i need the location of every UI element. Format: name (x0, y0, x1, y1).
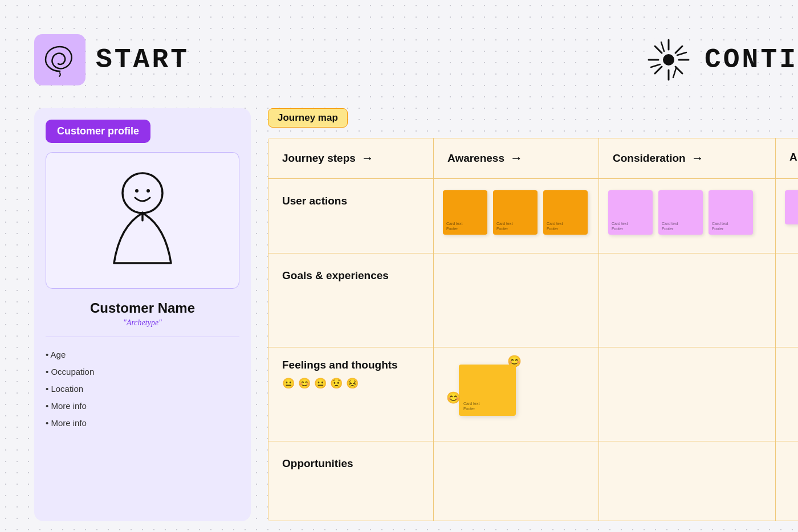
td-user-actions-awareness: Card text Footer Card text Footer (434, 179, 599, 253)
note-footer: Footer (712, 227, 750, 231)
page-wrapper: START CONTI Custom (0, 0, 798, 532)
sticky-note[interactable]: Card text Footer (443, 190, 487, 235)
journey-table: Journey steps → Awareness → (268, 138, 798, 521)
sticky-note[interactable]: Card text Footer (543, 190, 588, 235)
header-start: START (34, 34, 189, 85)
info-more-1: More info (46, 398, 239, 415)
sticky-note[interactable]: Card text Footer (493, 190, 538, 235)
steps-arrow: → (361, 151, 374, 166)
main-content: Customer profile Cust (0, 108, 798, 521)
continue-icon-box (643, 34, 694, 85)
svg-line-9 (661, 42, 664, 51)
sticky-note[interactable]: Card text Footer (608, 190, 653, 235)
sticky-note[interactable]: Card text Footer (658, 190, 703, 235)
note-text: Card text (612, 222, 649, 226)
td-goals-awareness (434, 253, 599, 347)
td-feelings-next (776, 347, 799, 441)
svg-line-10 (673, 68, 676, 77)
td-opportunities-next (776, 441, 799, 521)
td-opportunities-awareness (434, 441, 599, 521)
svg-point-13 (123, 173, 162, 213)
info-more-2: More info (46, 415, 239, 432)
th-consideration: Consideration → (599, 138, 776, 179)
svg-line-7 (675, 46, 682, 53)
td-feelings-label: Feelings and thoughts 😐 😊 😐 😟 😣 (268, 347, 434, 441)
sticky-note[interactable]: Card text Footer (709, 190, 753, 235)
td-goals-next (776, 253, 799, 347)
header-continue: CONTI (643, 34, 798, 85)
consideration-label: Consideration (613, 152, 686, 165)
start-icon-box (34, 34, 85, 85)
customer-profile-panel: Customer profile Cust (34, 108, 251, 521)
emoji-5: 😣 (346, 377, 359, 390)
journey-table-wrapper: Journey steps → Awareness → (268, 138, 798, 521)
customer-avatar (97, 163, 188, 277)
note-text: Card text (662, 222, 699, 226)
start-label: START (96, 44, 189, 75)
consideration-arrow: → (691, 151, 704, 166)
note-footer: Footer (612, 227, 649, 231)
note-footer: Footer (463, 407, 511, 411)
svg-point-14 (135, 189, 139, 193)
feelings-note-wrapper: 😊 Card text Footer 😊 (459, 365, 516, 416)
feelings-title: Feelings and thoughts (282, 359, 420, 371)
journey-map-header: Journey map (268, 108, 348, 128)
customer-profile-header: Customer profile (46, 120, 150, 143)
awareness-label: Awareness (447, 152, 504, 165)
emoji-2: 😊 (298, 377, 311, 390)
svg-point-15 (146, 189, 150, 193)
th-journey-steps: Journey steps → (268, 138, 434, 179)
consideration-notes-row: Card text Footer Card text Footer (608, 190, 766, 235)
svg-line-8 (655, 67, 662, 73)
td-goals-consideration (599, 253, 776, 347)
feelings-awareness-cell: 😊 Card text Footer 😊 (434, 347, 598, 427)
journey-map-area: Journey map Journey steps (268, 108, 798, 521)
svg-point-0 (663, 54, 674, 66)
emoji-4: 😟 (330, 377, 343, 390)
customer-divider (46, 337, 239, 337)
consideration-notes-cell: Card text Footer Card text Footer (599, 179, 775, 253)
svg-line-6 (675, 67, 682, 73)
next-notes-cell (776, 179, 798, 253)
customer-name: Customer Name (34, 300, 251, 316)
note-footer: Footer (446, 227, 484, 231)
table-header-row: Journey steps → Awareness → (268, 138, 799, 179)
row-feelings: Feelings and thoughts 😐 😊 😐 😟 😣 (268, 347, 799, 441)
td-feelings-consideration (599, 347, 776, 441)
emoji-3: 😐 (314, 377, 327, 390)
next-label: A (789, 151, 797, 163)
row-goals: Goals & experiences (268, 253, 799, 347)
user-actions-label: User actions (268, 179, 433, 223)
td-opportunities-consideration (599, 441, 776, 521)
info-age: Age (46, 346, 239, 363)
td-user-actions-label: User actions (268, 179, 434, 253)
emoji-1: 😐 (282, 377, 295, 390)
sticky-note[interactable] (785, 190, 798, 224)
feelings-emojis: 😐 😊 😐 😟 😣 (282, 377, 420, 390)
th-next: A (776, 138, 799, 179)
td-goals-label: Goals & experiences (268, 253, 434, 347)
opportunities-label: Opportunities (268, 441, 433, 486)
svg-line-5 (655, 46, 662, 53)
info-location: Location (46, 380, 239, 398)
info-occupation: Occupation (46, 363, 239, 380)
emoji-note-side: 😊 (446, 391, 461, 404)
td-user-actions-next (776, 179, 799, 253)
awareness-notes-row: Card text Footer Card text Footer (443, 190, 589, 235)
note-footer: Footer (496, 227, 534, 231)
feelings-note[interactable]: Card text Footer (459, 365, 516, 416)
svg-line-12 (677, 52, 686, 55)
customer-archetype: "Archetype" (34, 318, 251, 328)
spiral-icon (40, 40, 80, 80)
journey-steps-label: Journey steps (282, 152, 356, 165)
td-user-actions-consideration: Card text Footer Card text Footer (599, 179, 776, 253)
goals-label: Goals & experiences (268, 253, 433, 298)
svg-line-11 (651, 64, 660, 67)
awareness-arrow: → (510, 151, 523, 166)
row-user-actions: User actions Card text Footer (268, 179, 799, 253)
note-text: Card text (712, 222, 750, 226)
awareness-notes-cell: Card text Footer Card text Footer (434, 179, 598, 253)
th-awareness: Awareness → (434, 138, 599, 179)
note-footer: Footer (547, 227, 584, 231)
note-text: Card text (446, 222, 484, 226)
